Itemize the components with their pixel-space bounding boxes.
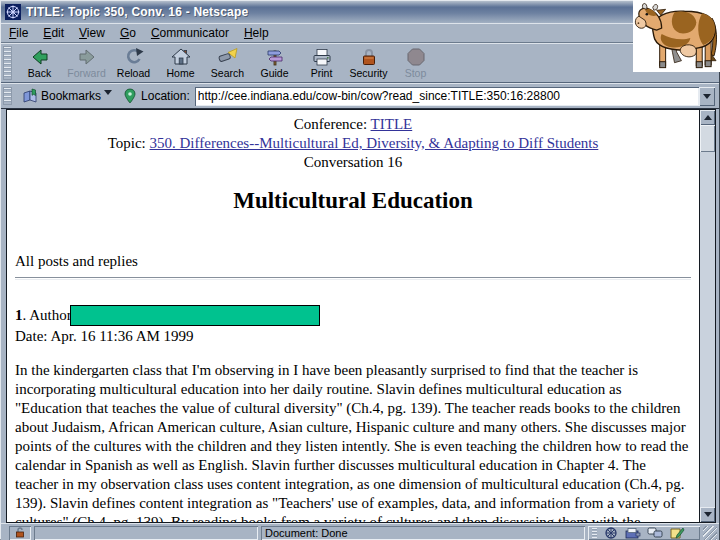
stop-button[interactable]: Stop: [392, 45, 439, 82]
location-bar: Bookmarks Location:: [1, 83, 719, 109]
conversation-line: Conversation 16: [15, 153, 691, 172]
menu-file[interactable]: File: [9, 26, 28, 40]
forward-button[interactable]: Forward: [63, 45, 110, 82]
author-label: . Author:: [23, 307, 76, 323]
cow-clipart-image: [633, 0, 720, 72]
posts-subheading: All posts and replies: [15, 252, 691, 271]
search-button[interactable]: Search: [204, 45, 251, 82]
component-bar-grip[interactable]: [592, 528, 597, 538]
stop-sign-icon: [406, 47, 426, 67]
conference-line: Conference: TITLE: [15, 115, 691, 134]
guide-button[interactable]: Guide: [251, 45, 298, 82]
home-button[interactable]: Home: [157, 45, 204, 82]
window-title: TITLE: Topic 350, Conv. 16 - Netscape: [26, 5, 248, 19]
post-number: 1: [15, 307, 23, 323]
conference-label: Conference:: [294, 116, 371, 132]
menu-edit[interactable]: Edit: [43, 26, 64, 40]
post-body: In the kindergarten class that I'm obser…: [15, 361, 691, 523]
divider: [15, 277, 691, 280]
page-title: Multicultural Education: [15, 188, 691, 214]
menu-go[interactable]: Go: [120, 26, 136, 40]
url-dropdown-button[interactable]: [699, 87, 715, 106]
topic-line: Topic: 350. Differences--Multicultural E…: [15, 134, 691, 153]
menu-bar: File Edit View Go Communicator Help: [1, 23, 719, 43]
scrollbar-thumb[interactable]: [700, 125, 715, 152]
reload-icon: [124, 47, 144, 67]
author-redaction-box: [70, 305, 320, 326]
post-header: 1. Author:: [15, 304, 691, 326]
bookmarks-dropdown-arrow[interactable]: [104, 90, 112, 95]
forward-arrow-icon: [77, 47, 97, 67]
topic-link[interactable]: 350. Differences--Multicultural Ed, Dive…: [150, 135, 599, 151]
component-bar: [588, 526, 700, 540]
resize-grip[interactable]: [703, 526, 717, 540]
content-area: Conference: TITLE Topic: 350. Difference…: [1, 109, 719, 523]
status-padlock-icon: [15, 527, 25, 538]
browser-window: TITLE: Topic 350, Conv. 16 - Netscape Fi…: [0, 0, 720, 540]
bookmarks-icon: [22, 88, 38, 104]
status-bar: Document: Done: [1, 523, 719, 540]
topic-label: Topic:: [108, 135, 150, 151]
composer-icon[interactable]: [669, 527, 685, 539]
post-date: Date: Apr. 16 11:36 AM 1999: [15, 326, 691, 347]
home-icon: [171, 47, 191, 67]
location-label: Location:: [141, 89, 190, 103]
printer-icon: [312, 47, 332, 67]
location-bar-grip[interactable]: [3, 87, 12, 105]
guide-signpost-icon: [265, 47, 285, 67]
print-button[interactable]: Print: [298, 45, 345, 82]
toolbar-grip[interactable]: [3, 46, 12, 80]
menu-view[interactable]: View: [79, 26, 105, 40]
title-bar[interactable]: TITLE: Topic 350, Conv. 16 - Netscape: [1, 1, 719, 23]
scroll-down-button[interactable]: [700, 507, 715, 522]
status-message: Document: Done: [261, 526, 585, 540]
security-button[interactable]: Security: [345, 45, 392, 82]
navigator-wheel-icon[interactable]: [603, 527, 619, 539]
discussions-icon[interactable]: [647, 527, 663, 539]
vertical-scrollbar[interactable]: [700, 109, 716, 523]
back-arrow-icon: [30, 47, 50, 67]
navigation-toolbar: Back Forward Reload Home Search: [1, 43, 719, 83]
padlock-icon: [359, 47, 379, 67]
location-icon: [122, 88, 138, 104]
back-button[interactable]: Back: [16, 45, 63, 82]
cow-icon: [633, 0, 720, 72]
scroll-up-button[interactable]: [700, 110, 715, 125]
menu-help[interactable]: Help: [244, 26, 269, 40]
mailbox-icon[interactable]: [625, 527, 641, 539]
menu-communicator[interactable]: Communicator: [151, 26, 229, 40]
security-status-button[interactable]: [9, 526, 31, 540]
conference-link[interactable]: TITLE: [371, 116, 413, 132]
url-input[interactable]: [195, 87, 699, 106]
reload-button[interactable]: Reload: [110, 45, 157, 82]
search-flashlight-icon: [218, 47, 238, 67]
progress-area: [34, 526, 258, 540]
bookmarks-button[interactable]: Bookmarks: [41, 89, 101, 103]
netscape-icon[interactable]: [5, 4, 21, 20]
page-content: Conference: TITLE Topic: 350. Difference…: [6, 109, 700, 523]
